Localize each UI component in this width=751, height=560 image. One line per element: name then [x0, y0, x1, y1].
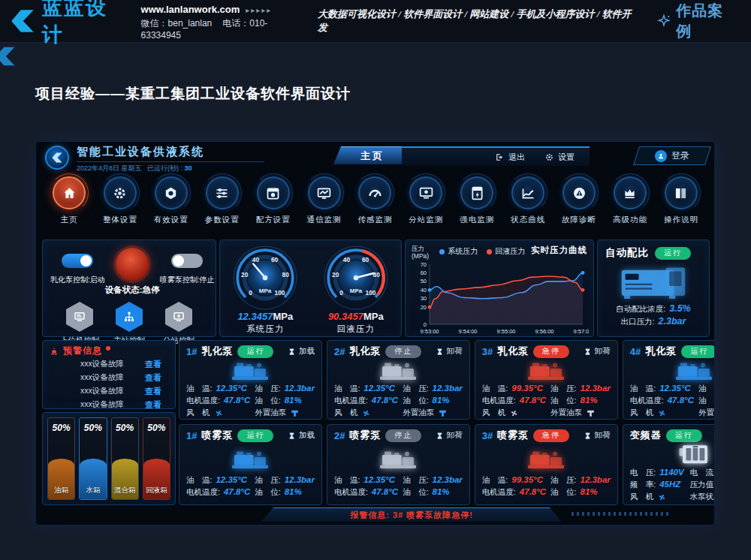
portfolio-link[interactable]: 作品案例 — [656, 1, 739, 41]
view-link[interactable]: 查看 — [145, 372, 161, 384]
unload-button[interactable]: 卸荷 — [584, 430, 611, 441]
spray-pump-toggle[interactable] — [171, 254, 203, 268]
power-panel-icon — [469, 185, 485, 201]
dashboard-date: 2022年4月8日 星期五 — [77, 164, 142, 172]
svg-text:60: 60 — [362, 256, 369, 263]
view-link[interactable]: 查看 — [145, 399, 161, 411]
tanks-panel: 50%油箱 50%水箱 50%混合箱 50%回液箱 — [42, 412, 176, 505]
crown-icon — [622, 185, 638, 201]
status-badge: 停止 — [385, 429, 421, 442]
svg-text:9:56:00: 9:56:00 — [535, 328, 553, 335]
alert-row: xxx设备故障查看 — [49, 398, 169, 411]
settings-label: 设置 — [558, 152, 575, 163]
chart-legend: 系统压力 回液压力 — [439, 246, 525, 257]
svg-text:MPa: MPa — [350, 288, 363, 294]
unload-button[interactable]: 卸荷 — [436, 346, 463, 357]
site-logo-text: 蓝蓝设计 — [42, 0, 129, 48]
unload-button[interactable]: 卸荷 — [436, 430, 463, 441]
services-tagline: 大数据可视化设计 / 软件界面设计 / 网站建设 / 手机及小程序设计 / 软件… — [318, 8, 640, 35]
site-url[interactable]: www.lanlanwork.com — [141, 4, 240, 15]
fan-icon — [509, 408, 519, 418]
svg-text:40: 40 — [421, 287, 427, 294]
svg-text:MPa: MPa — [259, 288, 272, 294]
unload-button[interactable]: 卸荷 — [584, 346, 611, 357]
nav-item-fault-diagnosis[interactable]: 故障诊断 — [555, 176, 603, 230]
dashboard-topbar: 智能工业设备供液系统 2022年4月8日 星期五 已运行(秒) : 30 主页 … — [41, 145, 710, 173]
nav-item-manual[interactable]: 操作说明 — [657, 176, 705, 230]
svg-text:60: 60 — [271, 256, 279, 263]
nav-item-comm-monitor[interactable]: 通信监测 — [300, 176, 348, 230]
alerts-panel: 预警信息 xxx设备故障查看 xxx设备故障查看 xxx设备故障查看 xxx设备… — [42, 340, 176, 409]
page: 蓝蓝设计 www.lanlanwork.com▸▸▸▸▸ 微信：ben_lanl… — [0, 0, 751, 560]
exit-button[interactable]: 退出 — [495, 152, 525, 163]
chart-title: 实时压力曲线 — [531, 245, 587, 256]
status-badge: 急停 — [533, 345, 569, 358]
nav-item-recipe-settings[interactable]: 配方设置 — [249, 176, 297, 230]
svg-text:100: 100 — [365, 289, 376, 297]
pump-image — [517, 448, 575, 471]
svg-text:60: 60 — [421, 269, 427, 276]
svg-text:0: 0 — [249, 289, 252, 297]
substation-monitor-icon — [418, 185, 434, 201]
svg-text:9:55:00: 9:55:00 — [496, 328, 515, 335]
pump-image — [221, 360, 279, 382]
view-link[interactable]: 查看 — [145, 359, 161, 370]
card-spray-pump-3: 3#喷雾泵急停 卸荷 油 温:99.35°C 油 压:12.3bar 电机温度:… — [475, 424, 618, 505]
alerts-title: 预警信息 — [63, 345, 102, 357]
pump-image — [517, 360, 575, 382]
login-label: 登录 — [671, 149, 689, 162]
pump-image — [221, 448, 279, 471]
fan-icon — [657, 408, 667, 418]
svg-text:20: 20 — [332, 271, 339, 278]
fan-icon — [361, 408, 371, 418]
dashboard-title: 智能工业设备供液系统 — [77, 145, 264, 159]
svg-text:30: 30 — [421, 296, 427, 303]
view-link[interactable]: 查看 — [145, 386, 161, 397]
external-pump-icon — [290, 408, 300, 418]
alert-notification-dot — [106, 346, 110, 351]
gauges-panel: 0 20 40 60 80 100 MPa 12.3457MPa 系统压力 — [219, 239, 402, 337]
nav-item-parameter-settings[interactable]: 参数设置 — [198, 176, 246, 230]
station-monitor-icon — [172, 310, 185, 324]
spray-pump-toggle-label: 喷雾泵控制:停止 — [160, 275, 215, 285]
svg-text:20: 20 — [241, 271, 249, 278]
nav-item-status-curve[interactable]: 状态曲线 — [504, 176, 552, 230]
svg-text:9:54:00: 9:54:00 — [458, 328, 477, 335]
wechat-label: 微信：ben_lanlan — [141, 18, 213, 29]
load-button[interactable]: 加载 — [288, 430, 315, 441]
status-badge: 急停 — [533, 429, 569, 442]
home-icon — [62, 185, 77, 201]
network-icon — [122, 310, 136, 324]
site-logo: 蓝蓝设计 — [9, 0, 129, 48]
curve-icon — [520, 185, 536, 201]
home-tab[interactable]: 主页 — [333, 146, 412, 164]
pump-image — [665, 360, 715, 382]
dashboard-logo — [45, 146, 69, 170]
alarm-bar-decoration — [572, 512, 669, 516]
svg-text:40: 40 — [343, 256, 351, 263]
nav-item-valid-settings[interactable]: 有效设置 — [147, 176, 195, 230]
nav-item-home[interactable]: 主页 — [45, 176, 93, 230]
card-emulsion-pump-4: 4#乳化泵运行 加载 油 温:12.35°C 油 压:12.3bar 电机温度:… — [623, 340, 715, 420]
return-pressure-gauge: 0 20 40 60 80 100 MPa 90.3457MPa 回液压力 — [321, 243, 391, 336]
control-panel: 乳化泵控制:启动 设备状态:急停 喷雾泵控制:停止 上位机控制 — [42, 239, 216, 337]
mix-tank: 50%混合箱 — [111, 417, 139, 500]
nav-item-sensor-monitor[interactable]: 传感监测 — [351, 176, 399, 230]
card-emulsion-pump-3: 3#乳化泵急停 卸荷 油 温:99.35°C 油 压:12.3bar 电机温度:… — [475, 340, 618, 420]
hex-nut-icon — [163, 185, 179, 201]
nav-item-advanced[interactable]: 高级功能 — [606, 176, 654, 230]
oil-tank: 50%油箱 — [47, 417, 75, 500]
alert-row: xxx设备故障查看 — [49, 357, 169, 371]
login-button[interactable]: 登录 — [633, 146, 711, 165]
settings-button[interactable]: 设置 — [544, 152, 575, 163]
pump-image — [369, 360, 427, 382]
emulsion-pump-toggle[interactable] — [62, 254, 93, 268]
nav-item-overall-settings[interactable]: 整体设置 — [96, 176, 144, 230]
svg-text:40: 40 — [252, 256, 260, 263]
status-badge: 运行 — [666, 429, 702, 442]
svg-text:70: 70 — [421, 261, 427, 268]
load-button[interactable]: 加载 — [288, 346, 315, 357]
nav-item-substation-monitor[interactable]: 分站监测 — [402, 176, 450, 230]
estop-button[interactable] — [116, 248, 149, 281]
nav-item-power-monitor[interactable]: 强电监测 — [453, 176, 501, 230]
